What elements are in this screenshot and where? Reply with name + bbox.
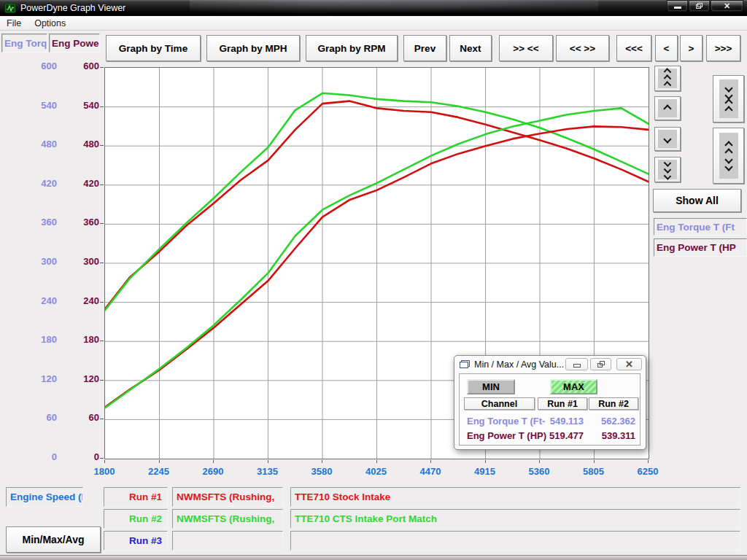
torque-axis-tick-label: 420 (18, 178, 57, 189)
torque-channel-button[interactable]: Eng Torq (1, 34, 47, 52)
x-axis-tick (322, 460, 322, 463)
power-axis-tick-label: 540 (60, 100, 99, 111)
y-axis-tick (100, 67, 104, 68)
minmax-maximize-button[interactable] (590, 358, 611, 370)
min-max-avg-button[interactable]: Min/Max/Avg (6, 526, 101, 553)
minmax-minimize-button[interactable] (565, 358, 588, 370)
left-button[interactable]: < (655, 35, 678, 61)
power-axis-tick-label: 360 (60, 217, 99, 228)
x-axis-tick-label: 4025 (353, 466, 400, 477)
x-axis-tick-label: 4470 (407, 466, 454, 477)
window-title: PowerDyne Graph Viewer (20, 3, 125, 13)
torque-channel-label: Eng Torque T (Ft (654, 218, 747, 236)
column-header-run1[interactable]: Run #1 (538, 397, 587, 410)
graph-by-time-button[interactable]: Graph by Time (106, 35, 201, 61)
torque-axis-tick-label: 60 (18, 412, 57, 423)
minmax-window-title: Min / Max / Avg Valu... (474, 359, 564, 370)
torque-axis-tick-label: 240 (18, 295, 57, 306)
torque-axis-tick-label: 480 (18, 139, 57, 149)
minmax-row-torque-channel: Eng Torque T (Ft- (467, 416, 545, 427)
minmax-row-power-channel: Eng Power T (HP) (467, 430, 546, 441)
restore-icon (597, 361, 605, 368)
power-channel-button[interactable]: Eng Powe (49, 34, 100, 52)
scale-down-button[interactable] (654, 127, 681, 151)
chevron-up-icon (658, 99, 677, 117)
compress-scale-button[interactable] (713, 75, 744, 122)
power-axis-tick-label: 600 (60, 61, 99, 71)
minmax-close-button[interactable]: ✕ (616, 358, 642, 370)
scale-up-button[interactable] (654, 96, 681, 120)
run1-description-box: TTE710 Stock Intake (290, 487, 740, 507)
minmax-table-frame: MIN MAX Channel Run #1 Run #2 Eng Torque… (459, 373, 640, 446)
y-axis-tick (100, 458, 104, 459)
fast-right-button[interactable]: >>> (706, 35, 740, 61)
show-all-button[interactable]: Show All (653, 189, 741, 212)
run3-label-box: Run #3 (104, 531, 168, 551)
y-axis-tick (100, 341, 104, 341)
minmax-row-power-run2-value: 539.311 (589, 430, 635, 441)
triple-chevron-up-icon (658, 69, 677, 88)
expand-scale-button[interactable] (713, 128, 744, 184)
power-axis-tick-label: 300 (60, 256, 99, 267)
x-axis-tick (594, 460, 595, 463)
max-toggle-button[interactable]: MAX (550, 379, 597, 394)
y-axis-tick (100, 419, 104, 419)
right-button[interactable]: > (680, 35, 703, 61)
next-button[interactable]: Next (449, 35, 492, 61)
title-bar: PowerDyne Graph Viewer ✕ (0, 0, 747, 16)
min-toggle-button[interactable]: MIN (467, 379, 515, 394)
y-axis-tick (100, 145, 104, 146)
graph-by-mph-button[interactable]: Graph by MPH (206, 35, 300, 61)
minmax-window-titlebar[interactable]: Min / Max / Avg Valu... ✕ (454, 356, 646, 373)
x-axis-tick (104, 460, 105, 463)
minimize-icon (573, 364, 581, 368)
y-axis-tick (100, 262, 104, 263)
run2-label-box: Run #2 (104, 509, 168, 529)
x-axis-tick-label: 3135 (244, 466, 291, 477)
menu-file[interactable]: File (0, 17, 28, 30)
minmax-window-icon (460, 360, 470, 368)
scale-down-fast-button[interactable] (654, 157, 681, 182)
column-header-run2[interactable]: Run #2 (589, 397, 638, 410)
cursors-in-button[interactable]: >> << (499, 35, 553, 61)
minmax-window: Min / Max / Avg Valu... ✕ MIN MAX Channe… (454, 355, 646, 450)
triple-chevron-down-icon (658, 160, 677, 179)
x-axis-tick-label: 3580 (298, 466, 345, 477)
run2-file-box: NWMSFTS (Rushing, (172, 509, 283, 529)
column-header-channel[interactable]: Channel (464, 397, 535, 410)
fast-left-button[interactable]: <<< (616, 35, 651, 61)
x-axis-tick (268, 460, 268, 463)
chevrons-outward-icon (719, 133, 738, 179)
run3-description-box (290, 531, 740, 551)
minmax-row-torque-run2-value: 562.362 (589, 416, 635, 427)
minimize-icon (674, 7, 681, 9)
power-axis-tick-label: 480 (60, 139, 99, 149)
x-axis-tick (213, 460, 214, 463)
x-axis-tick-label: 6250 (624, 466, 671, 477)
torque-axis-tick-label: 300 (18, 256, 57, 267)
x-axis-tick (539, 460, 540, 463)
run2-description-box: TTE710 CTS Intake Port Match (290, 509, 740, 529)
y-axis-tick (100, 302, 104, 303)
torque-axis-tick-label: 0 (18, 451, 57, 462)
y-axis-tick (100, 106, 104, 107)
power-axis-tick-label: 60 (60, 412, 99, 423)
cursors-out-button[interactable]: << >> (556, 35, 609, 61)
x-axis-tick-label: 5805 (570, 466, 617, 477)
prev-button[interactable]: Prev (403, 35, 446, 61)
scale-up-fast-button[interactable] (654, 66, 681, 91)
graph-by-rpm-button[interactable]: Graph by RPM (306, 35, 398, 61)
close-button[interactable]: ✕ (711, 0, 743, 12)
window-bottom-border (0, 555, 747, 560)
x-axis-tick (430, 460, 431, 463)
minimize-button[interactable] (667, 0, 688, 12)
x-axis-tick-label: 4915 (462, 466, 508, 477)
power-channel-label: Eng Power T (HP (654, 238, 747, 257)
x-axis-tick-label: 2690 (190, 466, 236, 477)
power-axis-tick-label: 0 (60, 451, 99, 462)
x-axis-tick (648, 460, 649, 463)
power-axis-tick-label: 180 (60, 334, 99, 345)
maximize-button[interactable] (689, 0, 710, 12)
menu-options[interactable]: Options (28, 17, 72, 30)
close-icon: ✕ (625, 359, 633, 370)
